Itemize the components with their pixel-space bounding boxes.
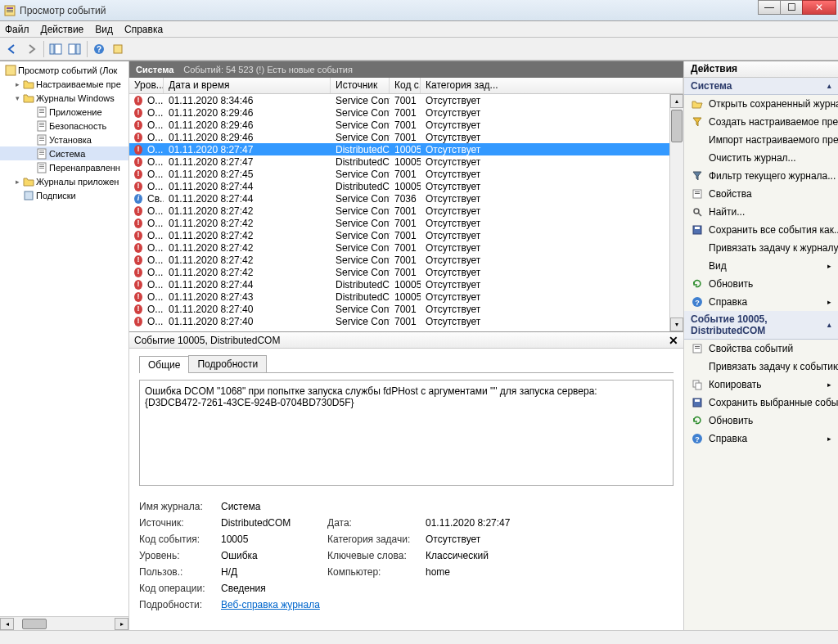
svg-text:?: ? [695,299,700,307]
tree-item[interactable]: Приложение [0,105,128,119]
web-help-link[interactable]: Веб-справка журнала [221,599,327,610]
action-item[interactable]: Привязать задачу к журналу... [684,239,838,257]
action-item[interactable]: Открыть сохраненный журнал... [684,95,838,113]
svg-rect-18 [39,124,44,125]
action-item[interactable]: Создать настраиваемое предс... [684,113,838,131]
tree-item[interactable]: Подписки [0,188,128,202]
tree-item[interactable]: Безопасность [0,119,128,133]
menu-file[interactable]: Файл [5,24,29,35]
svg-rect-21 [39,137,44,137]
tab-general[interactable]: Общие [139,356,189,373]
action-item[interactable]: Вид▸ [684,257,838,275]
log-icon [36,106,47,118]
tree-item[interactable]: ▾Журналы Windows [0,91,128,105]
copy-icon [691,378,704,391]
event-row[interactable]: !О...01.11.2020 8:29:46Service Cont...70… [129,119,669,131]
error-icon: ! [134,169,142,179]
svg-rect-10 [114,45,122,53]
help-button[interactable]: ? [90,40,108,58]
event-row[interactable]: !О...01.11.2020 8:27:44DistributedC...10… [129,278,669,290]
funnel-icon [691,169,704,182]
show-hide-actions-button[interactable] [65,40,83,58]
action-item[interactable]: Найти... [684,203,838,221]
event-row[interactable]: !О...01.11.2020 8:27:42Service Cont...70… [129,229,669,241]
action-item[interactable]: ?Справка▸ [684,430,838,448]
tree-item[interactable]: Установка [0,133,128,146]
action-item[interactable]: Свойства событий [684,340,838,358]
grid-vscrollbar[interactable]: ▴ ▾ [669,94,683,331]
event-row[interactable]: !О...01.11.2020 8:29:46Service Cont...70… [129,106,669,119]
event-row[interactable]: !О...01.11.2020 8:27:43DistributedC...10… [129,290,669,303]
svg-rect-34 [695,191,700,192]
menu-help[interactable]: Справка [124,24,163,35]
event-row[interactable]: !О...01.11.2020 8:27:42Service Cont...70… [129,254,669,266]
error-icon: ! [134,206,142,216]
action-item[interactable]: Свойства [684,185,838,203]
tree-item[interactable]: ▸Журналы приложен [0,174,128,188]
refresh-button[interactable] [109,40,127,58]
event-row[interactable]: !О...01.11.2020 8:34:46Service Cont...70… [129,94,669,106]
tree-item[interactable]: Перенаправленн [0,160,128,174]
menu-action[interactable]: Действие [41,24,84,35]
forward-button[interactable] [22,40,40,58]
minimize-button[interactable]: — [758,0,781,15]
details-title: Событие 10005, DistributedCOM [134,335,280,346]
filter-icon [691,115,704,128]
actions-panel: Действия Система▴ Открыть сохраненный жу… [684,61,838,630]
log-icon [36,134,47,146]
event-row[interactable]: !О...01.11.2020 8:27:42Service Cont...70… [129,205,669,217]
back-button[interactable] [3,40,21,58]
menu-view[interactable]: Вид [95,24,113,35]
event-row[interactable]: !О...01.11.2020 8:27:44DistributedC...10… [129,180,669,192]
event-row[interactable]: !О...01.11.2020 8:29:46Service Cont...70… [129,131,669,143]
action-item[interactable]: Фильтр текущего журнала... [684,167,838,185]
error-icon: ! [134,255,142,265]
event-row[interactable]: !О...01.11.2020 8:27:47DistributedC...10… [129,155,669,168]
event-row[interactable]: !О...01.11.2020 8:27:42Service Cont...70… [129,217,669,229]
action-item[interactable]: Сохранить выбранные событи... [684,394,838,412]
svg-rect-19 [39,126,44,127]
action-item[interactable]: Обновить [684,412,838,430]
col-level[interactable]: Уров... [129,78,164,93]
svg-rect-29 [39,164,44,165]
action-item[interactable]: Привязать задачу к событию... [684,358,838,376]
event-row[interactable]: !О...01.11.2020 8:27:42Service Cont...70… [129,266,669,278]
action-item[interactable]: Очистить журнал... [684,149,838,167]
event-row[interactable]: !О...01.11.2020 8:27:42Service Cont...70… [129,241,669,254]
action-item[interactable]: ?Справка▸ [684,293,838,311]
event-row[interactable]: !О...01.11.2020 8:27:40Service Cont...70… [129,315,669,327]
center-panel: Система Событий: 54 523 (!) Есть новые с… [129,61,684,630]
tab-details[interactable]: Подробности [188,355,267,372]
maximize-button[interactable]: ☐ [780,0,803,15]
svg-rect-48 [695,399,700,402]
blank-icon [691,259,704,272]
window-title: Просмотр событий [20,5,106,16]
action-item[interactable]: Обновить [684,275,838,293]
tree-item[interactable]: ▸Настраиваемые пре [0,77,128,91]
action-item[interactable]: Импорт настраиваемого пред... [684,131,838,149]
details-close-icon[interactable]: ✕ [669,334,678,347]
event-row[interactable]: !О...01.11.2020 8:27:45Service Cont...70… [129,168,669,180]
actions-section-system[interactable]: Система▴ [684,78,838,95]
col-code[interactable]: Код с... [390,78,421,93]
action-item[interactable]: Сохранить все события как... [684,221,838,239]
event-row[interactable]: !О...01.11.2020 8:27:40Service Cont...70… [129,303,669,315]
col-source[interactable]: Источник [331,78,390,93]
action-item[interactable]: Копировать▸ [684,376,838,394]
error-icon: ! [134,268,142,277]
tree-root[interactable]: Просмотр событий (Лок [0,63,128,77]
actions-section-event[interactable]: Событие 10005, DistributedCOM▴ [684,311,838,340]
close-button[interactable]: ✕ [802,0,836,15]
error-icon: ! [134,182,142,191]
col-date[interactable]: Дата и время [164,78,331,93]
folder-icon [23,79,34,90]
event-row[interactable]: !О...01.11.2020 8:27:47DistributedC...10… [129,143,669,155]
svg-rect-30 [39,166,44,167]
tree-hscrollbar[interactable]: ◂ ▸ [0,616,128,630]
svg-rect-3 [7,11,13,12]
tree-item[interactable]: Система [0,146,128,160]
col-category[interactable]: Категория зад... [421,78,683,93]
event-row[interactable]: iСв...01.11.2020 8:27:44Service Cont...7… [129,192,669,205]
window-titlebar: Просмотр событий — ☐ ✕ [0,0,838,21]
show-hide-tree-button[interactable] [47,40,65,58]
